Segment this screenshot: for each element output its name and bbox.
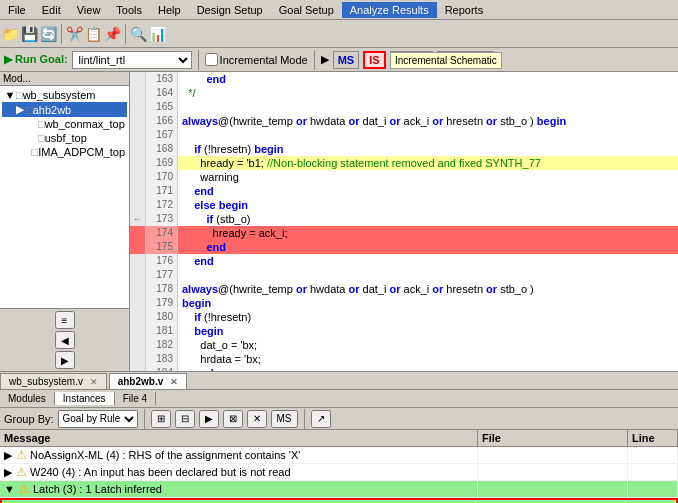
tree-item-usbf[interactable]: □ usbf_top (2, 131, 127, 145)
group-btn-3[interactable]: ▶ (199, 410, 219, 428)
run-goal-select[interactable]: lint/lint_rtl (72, 51, 192, 69)
linecontent-174: hready = ack_i; (178, 226, 287, 240)
tab-wb-subsystem[interactable]: wb_subsystem.v ✕ (0, 373, 107, 389)
gutter-163 (130, 72, 146, 86)
code-line-169: 169 hready = 'b1; //Non-blocking stateme… (130, 156, 678, 170)
incremental-mode-checkbox[interactable]: Incremental Mode (205, 53, 308, 66)
sep4 (314, 50, 315, 70)
msg-row-3[interactable]: ▼ ⚠ Latch (3) : 1 Latch inferred (0, 481, 678, 498)
linenum-167: 167 (146, 128, 178, 142)
incremental-mode-input[interactable] (205, 53, 218, 66)
tree-label-wb-subsystem: wb_subsystem (23, 89, 96, 101)
sep6 (304, 409, 305, 429)
expand-row-1[interactable]: ▶ (4, 449, 12, 462)
group-by-label: Group By: (4, 413, 54, 425)
tree-item-wb-subsystem[interactable]: ▼ □ wb_subsystem (2, 88, 127, 102)
group-by-bar: Group By: Goal by Rule ⊞ ⊟ ▶ ⊠ ✕ MS ↗ (0, 408, 678, 430)
tree-item-ahb2wb[interactable]: ▶ □ ahb2wb (2, 102, 127, 117)
is-button[interactable]: IS (363, 51, 385, 69)
gutter-183 (130, 352, 146, 366)
linecontent-163: end (178, 72, 226, 86)
expand-wb-subsystem[interactable]: ▼ (4, 89, 16, 101)
gutter-167 (130, 128, 146, 142)
code-line-178: 178 always@(hwrite_temp or hwdata or dat… (130, 282, 678, 296)
linenum-184: 184 (146, 366, 178, 371)
code-line-176: 176 end (130, 254, 678, 268)
group-btn-4[interactable]: ⊠ (223, 410, 243, 428)
linecontent-178: always@(hwrite_temp or hwdata or dat_i o… (178, 282, 534, 296)
code-editor: 163 end 164 */ 165 166 always@(hwrite_te… (130, 72, 678, 371)
msg-row-1[interactable]: ▶ ⚠ NoAssignX-ML (4) : RHS of the assign… (0, 447, 678, 464)
linenum-174: 174 (146, 226, 178, 240)
gutter-166 (130, 114, 146, 128)
group-btn-6[interactable]: MS (271, 410, 298, 428)
group-by-select[interactable]: Goal by Rule (58, 410, 138, 428)
toolbar-icon-5: 📋 (85, 26, 102, 42)
tree-item-wb-conmax[interactable]: □ wb_conmax_top (2, 117, 127, 131)
scroll-right-button[interactable]: ▶ (55, 351, 75, 369)
msg-row-2[interactable]: ▶ ⚠ W240 (4) : An input has been declare… (0, 464, 678, 481)
gutter-172 (130, 198, 146, 212)
linenum-182: 182 (146, 338, 178, 352)
file-tab-bar: wb_subsystem.v ✕ ahb2wb.v ✕ (0, 372, 678, 390)
group-btn-1[interactable]: ⊞ (151, 410, 171, 428)
expand-row-2[interactable]: ▶ (4, 466, 12, 479)
menu-file[interactable]: File (0, 2, 34, 18)
tree-label-ahb2wb: ahb2wb (33, 104, 72, 116)
tree-icon-ahb2wb: □ (26, 104, 33, 116)
code-line-166: 166 always@(hwrite_temp or hwdata or dat… (130, 114, 678, 128)
tree-buttons: ≡ ◀ ▶ (0, 308, 129, 371)
tab-ahb2wb[interactable]: ahb2wb.v ✕ (109, 373, 187, 389)
code-line-173: ← 173 if (stb_o) (130, 212, 678, 226)
code-line-183: 183 hrdata = 'bx; (130, 352, 678, 366)
code-content[interactable]: 163 end 164 */ 165 166 always@(hwrite_te… (130, 72, 678, 371)
linenum-171: 171 (146, 184, 178, 198)
menu-view[interactable]: View (69, 2, 109, 18)
expand-row-3[interactable]: ▼ (4, 483, 15, 495)
tree-item-ima-adpcm[interactable]: □ IMA_ADPCM_top (2, 145, 127, 159)
nav-tab-instances[interactable]: Instances (55, 392, 115, 405)
linecontent-168: if (!hresetn) begin (178, 142, 284, 156)
linenum-180: 180 (146, 310, 178, 324)
ms-icon: MS (338, 54, 355, 66)
nav-tab-modules[interactable]: Modules (0, 392, 55, 405)
menu-edit[interactable]: Edit (34, 2, 69, 18)
toolbar-icon-4: ✂️ (66, 26, 83, 42)
linecontent-179: begin (178, 296, 211, 310)
export-button[interactable]: ↗ (311, 410, 331, 428)
toolbar-icon-7: 🔍 (130, 26, 147, 42)
menu-help[interactable]: Help (150, 2, 189, 18)
code-line-180: 180 if (!hresetn) (130, 310, 678, 324)
linenum-168: 168 (146, 142, 178, 156)
msg-row-4[interactable]: ⚠ Latch inferred for signal 'hready' in … (0, 498, 678, 503)
menu-goal-setup[interactable]: Goal Setup (271, 2, 342, 18)
nav-tab-file[interactable]: File 4 (115, 392, 156, 405)
msg-text-2: W240 (4) : An input has been declared bu… (30, 466, 291, 478)
menu-design-setup[interactable]: Design Setup (189, 2, 271, 18)
gutter-171 (130, 184, 146, 198)
tree-header: Mod... (0, 72, 129, 86)
sep1 (61, 24, 62, 44)
linecontent-166: always@(hwrite_temp or hwdata or dat_i o… (178, 114, 566, 128)
linenum-164: 164 (146, 86, 178, 100)
main-toolbar: 📁 💾 🔄 ✂️ 📋 📌 🔍 📊 (0, 20, 678, 48)
close-tab-ahb2wb[interactable]: ✕ (170, 377, 178, 387)
toolbar-icon-8: 📊 (149, 26, 166, 42)
scroll-left-button[interactable]: ◀ (55, 331, 75, 349)
filter-button[interactable]: ≡ (55, 311, 75, 329)
gutter-168 (130, 142, 146, 156)
menu-analyze-results[interactable]: Analyze Results (342, 2, 437, 18)
menu-tools[interactable]: Tools (108, 2, 150, 18)
expand-ahb2wb[interactable]: ▶ (14, 103, 26, 116)
msg-file-3 (478, 481, 628, 497)
gutter-177 (130, 268, 146, 282)
gutter-164 (130, 86, 146, 100)
ms-button[interactable]: MS MS (333, 51, 360, 69)
menu-reports[interactable]: Reports (437, 2, 492, 18)
close-tab-wb-subsystem[interactable]: ✕ (90, 377, 98, 387)
toolbar-icon-2: 💾 (21, 26, 38, 42)
linecontent-181: begin (178, 324, 224, 338)
code-line-172: 172 else begin (130, 198, 678, 212)
group-btn-5[interactable]: ✕ (247, 410, 267, 428)
group-btn-2[interactable]: ⊟ (175, 410, 195, 428)
